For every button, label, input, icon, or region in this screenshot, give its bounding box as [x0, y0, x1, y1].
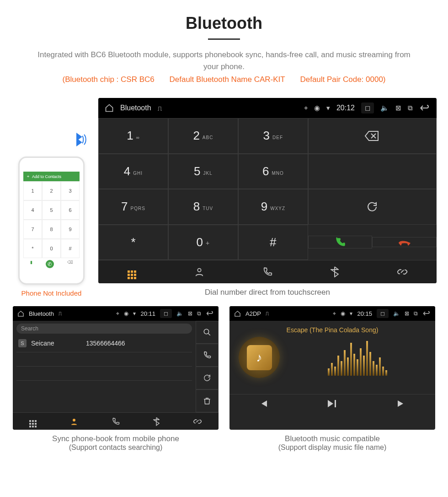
- nav-dialpad-icon[interactable]: [29, 416, 37, 427]
- dialkey-7[interactable]: 7PQRS: [98, 189, 168, 225]
- album-art: ♪: [239, 337, 280, 378]
- contact-row[interactable]: S Seicane 13566664466: [13, 336, 196, 350]
- phone-column: ＋ Add to Contacts 1 2 3 4 5 6 7 8 9 *: [14, 147, 89, 297]
- track-title: Escape (The Pina Colada Song): [229, 326, 435, 334]
- nav-calllog-icon[interactable]: [262, 267, 272, 277]
- close-app-icon[interactable]: ⊠: [395, 104, 401, 112]
- location-icon: ◉: [341, 310, 345, 317]
- statusbar: Bluetooth ⎍ ⌖ ◉ ▾ 20:12 ◻ 🔈 ⊠ ⧉: [98, 98, 437, 118]
- camera-icon[interactable]: ◻: [361, 103, 374, 113]
- phone-header: ＋ Add to Contacts: [23, 172, 80, 181]
- phone-key[interactable]: 2: [42, 181, 61, 200]
- svg-point-2: [73, 419, 75, 421]
- nav-link-icon[interactable]: [193, 417, 202, 426]
- next-track-button[interactable]: [397, 399, 406, 408]
- dialkey-5[interactable]: 5JKL: [168, 154, 238, 189]
- spec-code: Default Pair Code: 0000): [300, 75, 385, 84]
- volume-icon[interactable]: 🔈: [393, 310, 400, 317]
- nav-bluetooth-icon[interactable]: [331, 266, 339, 277]
- phone-add-contacts-label: Add to Contacts: [32, 174, 61, 179]
- backspace-icon[interactable]: ⌫: [67, 260, 73, 268]
- phone-key[interactable]: #: [61, 239, 80, 258]
- dialkey-0[interactable]: 0+: [168, 225, 238, 260]
- call-icon[interactable]: [196, 344, 219, 367]
- phone-key[interactable]: 0: [42, 239, 61, 258]
- location-icon: ◉: [124, 310, 128, 317]
- nav-contacts-icon[interactable]: [194, 267, 204, 277]
- recent-apps-icon[interactable]: ⧉: [197, 310, 201, 317]
- dialkey-9[interactable]: 9WXYZ: [238, 189, 308, 225]
- search-input[interactable]: Search: [16, 324, 192, 334]
- dialkey-star[interactable]: *: [98, 225, 168, 260]
- phone-key[interactable]: 4: [23, 200, 42, 220]
- bluetooth-icon: ⌖: [333, 310, 336, 317]
- bottom-nav: [13, 412, 219, 430]
- dialkey-3[interactable]: 3DEF: [238, 118, 308, 154]
- phone-key[interactable]: 9: [61, 220, 80, 239]
- phonebook-screen: Bluetooth ⎍ ⌖ ◉ ▾ 20:11 ◻ 🔈 ⊠ ⧉ Search S: [13, 306, 219, 430]
- dialkey-hash[interactable]: #: [238, 225, 308, 260]
- phone-key[interactable]: 7: [23, 220, 42, 239]
- phone-key[interactable]: 3: [61, 181, 80, 200]
- nav-bluetooth-icon[interactable]: [153, 417, 160, 426]
- spec-name: Default Bluetooth Name CAR-KIT: [169, 75, 285, 84]
- close-app-icon[interactable]: ⊠: [188, 310, 192, 317]
- music-caption: Bluetooth music compatible (Support disp…: [229, 434, 435, 452]
- statusbar: A2DP ⎍ ⌖ ◉ ▾ 20:15 ◻ 🔈 ⊠ ⧉: [229, 306, 435, 321]
- phone-key[interactable]: *: [23, 239, 42, 258]
- recent-apps-icon[interactable]: ⧉: [414, 310, 418, 317]
- phone-key[interactable]: 1: [23, 181, 42, 200]
- nav-calllog-icon[interactable]: [112, 417, 120, 426]
- wifi-icon: ▾: [350, 310, 352, 317]
- search-icon[interactable]: [196, 321, 219, 344]
- back-icon[interactable]: [419, 104, 430, 112]
- call-button[interactable]: [308, 236, 373, 248]
- camera-icon[interactable]: ◻: [377, 309, 389, 318]
- call-icon[interactable]: ✆: [46, 260, 54, 268]
- delete-icon[interactable]: [196, 389, 219, 412]
- equalizer-icon: [289, 339, 426, 376]
- music-note-icon: ♪: [247, 345, 272, 370]
- home-icon[interactable]: [17, 310, 24, 317]
- svg-point-1: [204, 329, 209, 334]
- home-icon[interactable]: [105, 103, 114, 113]
- volume-icon[interactable]: 🔈: [176, 310, 183, 317]
- hangup-button[interactable]: [372, 237, 437, 247]
- dialkey-2[interactable]: 2ABC: [168, 118, 238, 154]
- back-icon[interactable]: [206, 310, 214, 317]
- phone-key[interactable]: 5: [42, 200, 61, 220]
- refresh-button[interactable]: [308, 189, 437, 225]
- page-title: Bluetooth: [0, 0, 448, 33]
- phone-mockup: ＋ Add to Contacts 1 2 3 4 5 6 7 8 9 *: [18, 157, 85, 285]
- close-app-icon[interactable]: ⊠: [405, 310, 409, 317]
- dialkey-8[interactable]: 8TUV: [168, 189, 238, 225]
- nav-link-icon[interactable]: [397, 267, 408, 277]
- back-icon[interactable]: [422, 310, 431, 317]
- refresh-icon[interactable]: [196, 367, 219, 389]
- camera-icon[interactable]: ◻: [160, 309, 172, 318]
- wifi-icon: ▾: [133, 310, 136, 317]
- video-icon[interactable]: ▮: [30, 260, 32, 268]
- statusbar-title: Bluetooth: [120, 104, 151, 112]
- recent-apps-icon[interactable]: ⧉: [408, 104, 413, 112]
- dialkey-4[interactable]: 4GHI: [98, 154, 168, 189]
- home-icon[interactable]: [234, 310, 241, 317]
- wifi-icon: ▾: [326, 104, 330, 112]
- phone-key[interactable]: 6: [61, 200, 80, 220]
- volume-icon[interactable]: 🔈: [380, 104, 389, 112]
- statusbar-title: A2DP: [245, 310, 261, 317]
- play-pause-button[interactable]: [327, 399, 338, 408]
- nav-contacts-icon[interactable]: [70, 417, 78, 426]
- nav-dialpad-icon[interactable]: [128, 265, 136, 279]
- contact-badge: S: [18, 339, 27, 347]
- usb-icon: ⎍: [59, 310, 62, 317]
- phone-key[interactable]: 8: [42, 220, 61, 239]
- usb-icon: ⎍: [266, 310, 269, 317]
- statusbar-time: 20:15: [357, 310, 372, 317]
- dialer-screen: Bluetooth ⎍ ⌖ ◉ ▾ 20:12 ◻ 🔈 ⊠ ⧉ 1∞ 2ABC: [98, 98, 437, 283]
- dialkey-1[interactable]: 1∞: [98, 118, 168, 154]
- empty-cell: [308, 154, 437, 189]
- prev-track-button[interactable]: [259, 399, 268, 408]
- backspace-button[interactable]: [308, 118, 437, 154]
- dialkey-6[interactable]: 6MNO: [238, 154, 308, 189]
